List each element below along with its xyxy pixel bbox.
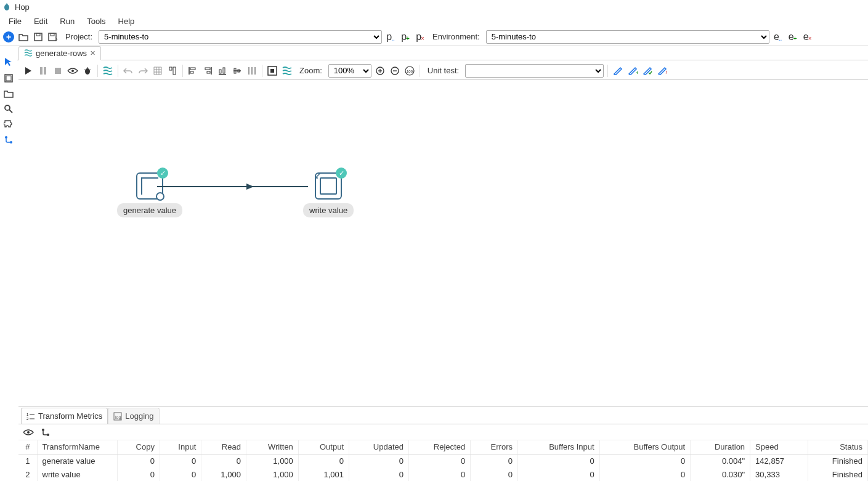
close-icon[interactable]: ✕: [90, 49, 95, 57]
project-edit-icon[interactable]: p..: [384, 31, 397, 43]
undo-icon[interactable]: [122, 65, 134, 77]
col-num[interactable]: #: [18, 440, 37, 454]
project-label: Project:: [62, 32, 96, 41]
debug-icon[interactable]: [81, 65, 94, 77]
open-icon[interactable]: [17, 31, 30, 43]
env-delete-icon[interactable]: e×: [801, 31, 814, 43]
col-bufout[interactable]: Buffers Output: [599, 440, 690, 454]
menu-help[interactable]: Help: [112, 15, 141, 27]
sniff-icon[interactable]: [39, 426, 52, 438]
stop-icon[interactable]: [52, 65, 64, 77]
zoom-select[interactable]: 100%: [328, 64, 371, 78]
table-row[interactable]: 2 write value 0 0 1,000 1,000 1,001 0 0 …: [18, 467, 868, 481]
project-select[interactable]: 5-minutes-to: [99, 30, 382, 44]
align-right-icon[interactable]: [201, 65, 214, 77]
zoom-out-icon[interactable]: [389, 65, 401, 77]
unit-test-label: Unit test:: [424, 66, 463, 75]
workflow-icon[interactable]: [1, 132, 16, 147]
tab-transform-metrics[interactable]: 12 Transform Metrics: [21, 408, 108, 424]
new-button[interactable]: +: [2, 31, 15, 43]
view-icon[interactable]: [22, 426, 34, 438]
file-tabs: generate-rows ✕: [0, 46, 868, 60]
tab-generate-rows[interactable]: generate-rows ✕: [18, 46, 101, 60]
run-icon[interactable]: [22, 65, 34, 77]
hop-arrow[interactable]: [157, 186, 308, 187]
svg-point-54: [27, 431, 30, 434]
col-name[interactable]: TransformName: [37, 440, 117, 454]
col-bufin[interactable]: Buffers Input: [517, 440, 599, 454]
test-check-icon[interactable]: [641, 65, 654, 77]
arrow-head-icon: [246, 184, 254, 190]
perspective-icon[interactable]: [1, 71, 16, 86]
search-icon[interactable]: [1, 102, 16, 116]
node-label: write value: [303, 203, 354, 217]
menu-file[interactable]: File: [2, 15, 28, 27]
project-delete-icon[interactable]: p×: [414, 31, 426, 43]
tab-logging[interactable]: log Logging: [108, 408, 159, 424]
zoom-in-icon[interactable]: [374, 65, 386, 77]
success-badge-icon: ✓: [336, 168, 347, 179]
folder-icon[interactable]: [1, 86, 16, 101]
preview-icon[interactable]: [67, 65, 79, 77]
svg-line-17: [84, 70, 86, 70]
project-add-icon[interactable]: p+: [399, 31, 412, 43]
menubar: File Edit Run Tools Help: [0, 14, 868, 28]
node-generate-value[interactable]: ✓ generate value: [117, 172, 182, 217]
redo-icon[interactable]: [137, 65, 149, 77]
env-add-icon[interactable]: e+: [787, 31, 799, 43]
node-write-value[interactable]: ✓ write value: [303, 172, 354, 217]
svg-rect-3: [49, 33, 56, 41]
svg-point-14: [71, 70, 74, 72]
test-edit-icon[interactable]: [612, 65, 624, 77]
test-delete-icon[interactable]: ×: [656, 65, 668, 77]
col-rejected[interactable]: Rejected: [409, 440, 471, 454]
environment-label: Environment:: [429, 32, 484, 41]
unit-test-select[interactable]: [465, 64, 604, 78]
col-updated[interactable]: Updated: [349, 440, 409, 454]
canvas[interactable]: ✓ generate value ✓ write value: [18, 80, 868, 406]
grid-icon[interactable]: [152, 65, 164, 77]
svg-line-18: [89, 70, 91, 70]
pipeline-icon2[interactable]: [102, 65, 114, 77]
col-errors[interactable]: Errors: [471, 440, 518, 454]
env-edit-icon[interactable]: e..: [772, 31, 784, 43]
environment-select[interactable]: 5-minutes-to: [486, 30, 769, 44]
zoom-100-icon[interactable]: 100: [404, 65, 416, 77]
col-input[interactable]: Input: [160, 440, 201, 454]
fit-icon[interactable]: [266, 65, 278, 77]
svg-rect-11: [40, 67, 43, 75]
align-bottom-icon[interactable]: [231, 65, 243, 77]
col-copy[interactable]: Copy: [117, 440, 160, 454]
sidebar: [0, 46, 17, 391]
menu-tools[interactable]: Tools: [81, 15, 112, 27]
menu-run[interactable]: Run: [54, 15, 81, 27]
col-speed[interactable]: Speed: [750, 440, 808, 454]
table-row[interactable]: 1 generate value 0 0 0 1,000 0 0 0 0 0 0…: [18, 454, 868, 467]
menu-edit[interactable]: Edit: [28, 15, 54, 27]
zoom-label: Zoom:: [296, 66, 326, 75]
toolbar-main: + Project: 5-minutes-to p.. p+ p× Enviro…: [0, 28, 868, 46]
cursor-icon[interactable]: [1, 54, 16, 69]
test-add-icon[interactable]: +: [627, 65, 639, 77]
svg-text:1: 1: [26, 413, 29, 416]
distribute-icon[interactable]: [246, 65, 258, 77]
pipeline-icon3[interactable]: [281, 65, 293, 77]
save-icon[interactable]: [32, 31, 44, 43]
svg-point-0: [4, 4, 9, 10]
tab-label: generate-rows: [36, 49, 87, 58]
save-as-icon[interactable]: [47, 31, 59, 43]
extension-icon[interactable]: [1, 117, 16, 132]
align-left-icon[interactable]: [187, 65, 199, 77]
col-status[interactable]: Status: [808, 440, 867, 454]
col-written[interactable]: Written: [246, 440, 298, 454]
col-duration[interactable]: Duration: [691, 440, 750, 454]
svg-rect-28: [219, 70, 221, 73]
col-output[interactable]: Output: [298, 440, 349, 454]
metrics-table: # TransformName Copy Input Read Written …: [18, 440, 868, 481]
pause-icon[interactable]: [37, 65, 49, 77]
svg-rect-29: [223, 68, 225, 73]
col-read[interactable]: Read: [201, 440, 246, 454]
align-top-icon[interactable]: [216, 65, 229, 77]
align-icon[interactable]: [166, 65, 179, 77]
pipeline-icon: [24, 49, 33, 57]
